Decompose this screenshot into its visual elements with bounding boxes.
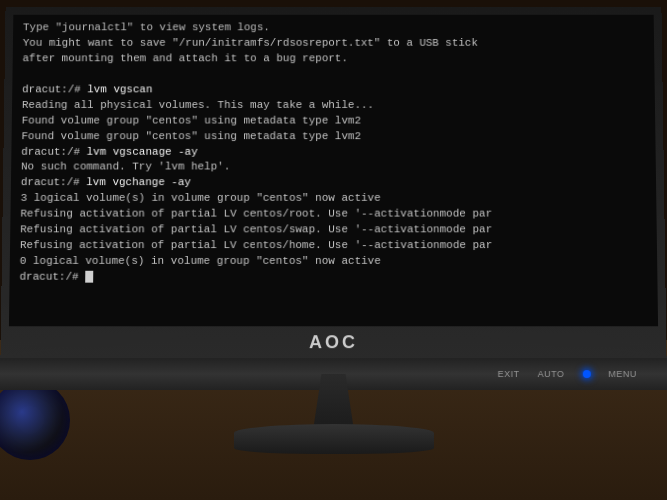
terminal-line <box>22 67 645 82</box>
prompt: dracut:/# <box>21 177 87 189</box>
scene: Type "journalctl" to view system logs. Y… <box>0 0 667 500</box>
monitor-brand-logo: AOC <box>309 332 358 353</box>
terminal-line: Found volume group "centos" using metada… <box>22 113 646 129</box>
terminal-line: dracut:/# lvm vgchange -ay <box>21 176 647 192</box>
prompt: dracut:/# <box>21 145 86 157</box>
monitor-bezel: Type "journalctl" to view system logs. Y… <box>0 7 667 380</box>
cursor <box>85 271 93 283</box>
menu-button-label[interactable]: MENU <box>608 369 637 379</box>
terminal-line: 3 logical volume(s) in volume group "cen… <box>21 191 647 207</box>
monitor: Type "journalctl" to view system logs. Y… <box>0 7 667 390</box>
command: lvm vgchange -ay <box>86 177 191 189</box>
command: lvm vgscan <box>87 83 152 95</box>
terminal-line: Type "journalctl" to view system logs. <box>23 21 644 36</box>
terminal-line: dracut:/# lvm vgscan <box>22 82 645 98</box>
terminal-line: No such command. Try 'lvm help'. <box>21 160 646 176</box>
terminal-line: Refusing activation of partial LV centos… <box>20 207 646 223</box>
terminal-line: Found volume group "centos" using metada… <box>21 129 645 145</box>
monitor-stand-base <box>234 424 434 454</box>
terminal-line: Refusing activation of partial LV centos… <box>20 238 647 254</box>
terminal-line: dracut:/# lvm vgscanage -ay <box>21 145 646 161</box>
prompt: dracut:/# <box>22 83 87 95</box>
terminal-line: 0 logical volume(s) in volume group "cen… <box>20 254 648 270</box>
screen: Type "journalctl" to view system logs. Y… <box>9 15 658 326</box>
terminal-line: Refusing activation of partial LV centos… <box>20 223 647 239</box>
terminal-line: You might want to save "/run/initramfs/r… <box>23 36 645 51</box>
power-led <box>582 370 590 378</box>
command: lvm vgscanage -ay <box>87 145 198 157</box>
terminal: Type "journalctl" to view system logs. Y… <box>9 15 658 326</box>
prompt: dracut:/# <box>19 271 85 283</box>
exit-button-label[interactable]: EXIT <box>497 369 519 379</box>
terminal-line: Reading all physical volumes. This may t… <box>22 98 645 114</box>
terminal-line: dracut:/# <box>19 270 647 286</box>
terminal-line: after mounting them and attach it to a b… <box>22 51 644 66</box>
auto-button-label[interactable]: AUTO <box>537 369 564 379</box>
